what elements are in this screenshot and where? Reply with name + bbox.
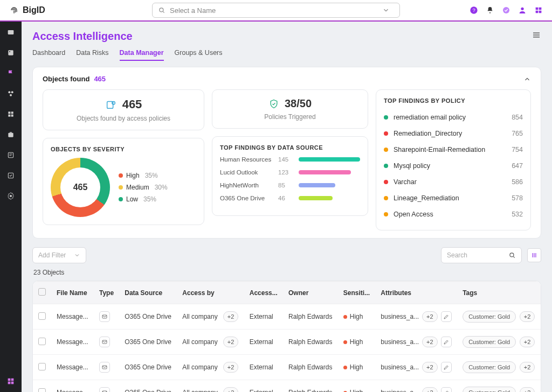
search-icon [158, 6, 165, 14]
policies-value: 38/50 [285, 97, 312, 110]
policy-row[interactable]: Lineage_Remediation578 [384, 190, 523, 206]
cell-attributes: business_a... +2 [375, 355, 457, 380]
sidebar-item-2[interactable] [5, 47, 16, 58]
help-icon[interactable]: ? [469, 5, 479, 15]
col-attributes[interactable]: Attributes [375, 282, 457, 304]
col-access-by[interactable]: Access by [177, 282, 244, 304]
search-input[interactable]: Search [441, 247, 522, 263]
tag-more-badge[interactable]: +2 [520, 387, 535, 392]
sidebar-item-settings[interactable] [5, 191, 16, 201]
cell-sensitivity: High [338, 330, 376, 355]
sidebar-item-8[interactable] [5, 170, 16, 181]
col-file-name[interactable]: File Name [51, 282, 94, 304]
objects-stat-card: 465 Objects found by access policies [43, 89, 204, 130]
policy-row[interactable]: Open Access532 [384, 206, 523, 222]
svg-rect-8 [536, 11, 539, 13]
sidebar-item-4[interactable] [5, 88, 16, 99]
policy-row[interactable]: Varchar586 [384, 174, 523, 190]
policies-stat-card: 38/50 Policies Triggered [212, 89, 368, 129]
policy-row[interactable]: remediation email policy854 [384, 109, 523, 125]
col-tags[interactable]: Tags [457, 282, 541, 304]
sidebar-item-apps-bottom[interactable] [5, 376, 16, 387]
row-checkbox[interactable] [38, 312, 46, 320]
cell-sensitivity: High [338, 355, 376, 380]
tab-dashboard[interactable]: Dashboard [32, 46, 65, 61]
row-checkbox[interactable] [38, 388, 46, 393]
svg-point-15 [10, 94, 12, 96]
columns-button[interactable] [527, 248, 541, 262]
select-all-checkbox[interactable] [38, 288, 46, 296]
severity-title: OBJECTS BY SEVERITY [51, 146, 196, 152]
cell-datasource: O365 One Drive [119, 304, 177, 330]
tag-pill[interactable]: Customer: Gold [463, 361, 516, 373]
svg-rect-20 [8, 133, 13, 137]
columns-icon [530, 251, 538, 259]
accessby-more-badge[interactable]: +2 [223, 387, 239, 392]
objects-found-panel: Objects found 465 465 Objects found by a… [32, 67, 541, 239]
cell-accessby: All company +2 [177, 355, 244, 380]
tab-data-manager[interactable]: Data Manager [120, 46, 164, 61]
accessby-more-badge[interactable]: +2 [223, 362, 239, 373]
table-row[interactable]: Message...O365 One DriveAll company +2Ex… [33, 330, 541, 355]
tag-more-badge[interactable]: +2 [520, 311, 535, 322]
cell-attributes: business_a... +2 [375, 330, 457, 355]
policy-row[interactable]: Mysql policy647 [384, 158, 523, 174]
edit-icon[interactable] [441, 337, 452, 347]
svg-rect-26 [8, 382, 11, 384]
edit-icon[interactable] [441, 387, 452, 392]
table-row[interactable]: Message...O365 One DriveAll company +2Ex… [33, 355, 541, 380]
page-title: Access Intelligence [32, 30, 133, 43]
table-row[interactable]: Message...O365 One DriveAll company +2Ex… [33, 380, 541, 393]
col-access-[interactable]: Access... [244, 282, 283, 304]
cell-owner: Ralph Edwards [283, 355, 338, 380]
name-select[interactable]: Select a Name [152, 3, 400, 18]
hamburger-icon[interactable] [532, 30, 541, 43]
svg-point-5 [521, 8, 523, 10]
tab-data-risks[interactable]: Data Risks [76, 46, 108, 61]
top-icons: ? [469, 5, 543, 15]
user-icon[interactable] [518, 5, 527, 15]
sidebar-item-6[interactable] [5, 129, 16, 140]
tag-pill[interactable]: Customer: Gold [463, 311, 516, 323]
row-checkbox[interactable] [38, 338, 46, 345]
cell-access: External [244, 330, 283, 355]
attr-more-badge[interactable]: +2 [422, 387, 438, 392]
edit-icon[interactable] [441, 362, 452, 373]
tag-more-badge[interactable]: +2 [520, 362, 535, 373]
attr-more-badge[interactable]: +2 [422, 311, 438, 322]
tag-pill[interactable]: Customer: Gold [463, 336, 516, 348]
col-type[interactable]: Type [94, 282, 119, 304]
accessby-more-badge[interactable]: +2 [223, 337, 239, 347]
sidebar-item-7[interactable] [5, 150, 16, 160]
apps-icon[interactable] [534, 5, 543, 15]
sidebar-item-flag[interactable] [5, 68, 16, 79]
chevron-down-icon [382, 6, 390, 14]
attr-more-badge[interactable]: +2 [422, 362, 438, 373]
objects-found-header[interactable]: Objects found 465 [43, 75, 531, 83]
cell-accessby: All company +2 [177, 304, 244, 330]
cell-owner: Ralph Edwards [283, 380, 338, 393]
tag-pill[interactable]: Customer: Gold [463, 387, 516, 392]
sidebar-item-5[interactable] [5, 109, 16, 120]
table-row[interactable]: Message...O365 One DriveAll company +2Ex… [33, 304, 541, 330]
tag-more-badge[interactable]: +2 [520, 337, 535, 347]
col-owner[interactable]: Owner [283, 282, 338, 304]
add-filter-button[interactable]: Add Filter [32, 247, 86, 263]
bell-icon[interactable] [485, 5, 495, 15]
policy-icon [105, 99, 117, 110]
svg-rect-31 [102, 315, 107, 318]
row-checkbox[interactable] [38, 363, 46, 370]
col-sensiti-[interactable]: Sensiti... [338, 282, 376, 304]
edit-icon[interactable] [441, 311, 452, 322]
main-content: Access Intelligence DashboardData RisksD… [22, 22, 552, 392]
sidebar-item-1[interactable] [5, 27, 16, 38]
severity-legend: High35%Medium30%Low35% [119, 172, 168, 203]
attr-more-badge[interactable]: +2 [422, 337, 438, 347]
policy-row[interactable]: Sharepoint-Email-Remediation754 [384, 142, 523, 158]
object-count-label: 23 Objects [33, 269, 541, 276]
accessby-more-badge[interactable]: +2 [223, 311, 239, 322]
check-badge-icon[interactable] [501, 5, 511, 15]
tab-groups-users[interactable]: Groups & Users [175, 46, 223, 61]
col-data-source[interactable]: Data Source [119, 282, 177, 304]
policy-row[interactable]: Remediation_Directory765 [384, 125, 523, 142]
